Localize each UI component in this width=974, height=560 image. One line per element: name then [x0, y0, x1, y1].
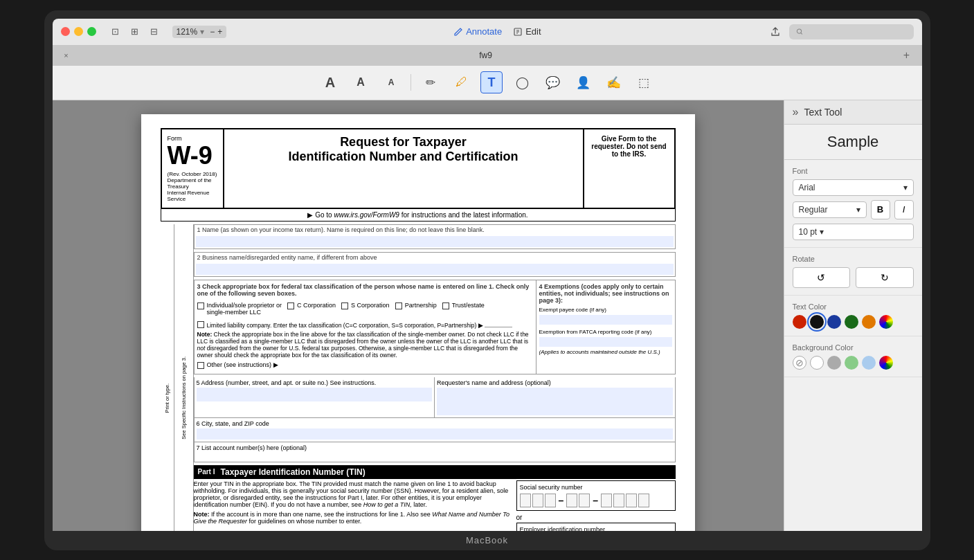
line5-field: 5 Address (number, street, and apt. or s…	[195, 377, 435, 417]
rotate-left-button[interactable]: ↺	[793, 267, 851, 288]
sidebar-toggle-icon[interactable]: ⊡	[109, 26, 123, 37]
layout-icon[interactable]: ⊟	[147, 26, 161, 37]
color-orange[interactable]	[862, 315, 876, 329]
ssn-cell[interactable]	[545, 494, 556, 507]
ssn-cell[interactable]	[520, 494, 531, 507]
checkbox-partnership[interactable]: Partnership	[395, 302, 437, 316]
ssn-cell[interactable]	[566, 494, 577, 507]
annotate-label: Annotate	[466, 26, 502, 37]
italic-button[interactable]: I	[894, 200, 914, 219]
bg-color-none[interactable]: ⊘	[793, 356, 806, 370]
checkbox-other[interactable]: Other (see instructions) ▶	[197, 361, 533, 369]
font-family-value: Arial	[799, 183, 815, 192]
panel-toggle-button[interactable]: »	[793, 106, 799, 118]
tab-close-button[interactable]: ×	[61, 50, 72, 61]
checkbox-s-corp[interactable]: S Corporation	[341, 302, 390, 316]
checkbox-c-corp[interactable]: C Corporation	[287, 302, 336, 316]
fatca-input[interactable]	[539, 337, 672, 347]
panel-header: » Text Tool	[784, 100, 922, 125]
part1-header: Part I Taxpayer Identification Number (T…	[194, 465, 676, 479]
ssn-cell[interactable]	[532, 494, 543, 507]
font-style-value: Regular	[799, 205, 828, 215]
text-color-label: Text Color	[793, 302, 914, 311]
zoom-control[interactable]: 121% ▾ − +	[172, 26, 227, 38]
ssn-cell[interactable]	[579, 494, 590, 507]
rotate-right-icon: ↻	[881, 272, 889, 283]
right-panel: » Text Tool Sample Font Arial ▾ Regular …	[784, 100, 922, 531]
select-tool-icon[interactable]: ⬚	[633, 71, 655, 93]
bg-color-light-blue[interactable]	[862, 356, 876, 370]
stamp-tool-icon[interactable]: 👤	[572, 71, 594, 93]
annotate-button[interactable]: Annotate	[453, 26, 502, 37]
specific-instructions: See Specific Instructions on page 3.	[181, 356, 187, 440]
minimize-button[interactable]	[74, 27, 83, 36]
ssn-cell[interactable]	[638, 494, 649, 507]
highlight-tool-icon[interactable]: 🖊	[450, 71, 472, 93]
exempt-payee-label: Exempt payee code (if any)	[539, 307, 672, 313]
grid-view-icon[interactable]: ⊞	[128, 26, 142, 37]
color-green[interactable]	[845, 315, 858, 329]
rotate-right-button[interactable]: ↻	[856, 267, 914, 288]
pdf-viewer[interactable]: Form W-9 (Rev. October 2018)Department o…	[53, 100, 784, 531]
font-style-select[interactable]: Regular ▾	[793, 201, 867, 218]
text-resize-large-icon[interactable]: A	[319, 71, 341, 93]
line5-label: 5 Address (number, street, and apt. or s…	[197, 379, 433, 386]
ssn-cell[interactable]	[613, 494, 624, 507]
search-box[interactable]	[789, 24, 914, 39]
bold-label: B	[877, 204, 883, 215]
color-navy[interactable]	[827, 315, 841, 329]
rotate-row: ↺ ↻	[793, 267, 914, 288]
bg-color-multicolor[interactable]	[879, 356, 893, 370]
zoom-plus[interactable]: +	[217, 27, 222, 37]
share-icon[interactable]	[768, 26, 782, 37]
city-input[interactable]	[197, 428, 673, 440]
bg-color-light-green[interactable]	[845, 356, 858, 370]
exempt-payee-input[interactable]	[539, 315, 672, 325]
city-row: 6 City, state, and ZIP code	[194, 418, 676, 442]
rotate-section-label: Rotate	[793, 255, 914, 263]
ssn-cell[interactable]	[626, 494, 637, 507]
requesters-label: Requester's name and address (optional)	[437, 379, 673, 386]
side-print-text: Print or type.	[161, 224, 174, 531]
color-black[interactable]	[810, 315, 824, 329]
text-resize-medium-icon[interactable]: A	[350, 71, 372, 93]
bg-color-white[interactable]	[810, 356, 824, 370]
bg-color-section: Background Color ⊘	[784, 336, 922, 377]
shape-tool-icon[interactable]: ◯	[511, 71, 533, 93]
close-button[interactable]	[61, 27, 70, 36]
text-insert-tool-icon[interactable]: T	[480, 71, 503, 93]
italic-label: I	[903, 204, 905, 215]
color-red[interactable]	[793, 315, 806, 329]
w9-header: Form W-9 (Rev. October 2018)Department o…	[161, 128, 676, 209]
macbook-label: MacBook	[466, 531, 508, 550]
font-family-chevron: ▾	[903, 183, 908, 192]
rotate-left-icon: ↺	[817, 272, 825, 283]
line2-input[interactable]	[196, 264, 674, 275]
bold-button[interactable]: B	[871, 200, 890, 219]
zoom-minus[interactable]: −	[210, 27, 215, 37]
pencil-tool-icon[interactable]: ✏	[420, 71, 442, 93]
text-resize-small-icon[interactable]: A	[380, 71, 402, 93]
checkbox-individual[interactable]: Individual/sole proprietor orsingle-memb…	[197, 302, 282, 316]
line2-label: 2 Business name/disregarded entity name,…	[195, 253, 675, 262]
line1-input[interactable]	[196, 236, 674, 247]
llc-row[interactable]: Limited liability company. Enter the tax…	[197, 320, 533, 329]
requesters-input[interactable]	[437, 388, 673, 415]
edit-button[interactable]: Edit	[513, 26, 541, 37]
maximize-button[interactable]	[87, 27, 96, 36]
line5-input[interactable]	[197, 388, 433, 401]
checkbox-trust[interactable]: Trust/estate	[442, 302, 485, 316]
tab-add-button[interactable]: +	[900, 48, 914, 62]
draw-tool-icon[interactable]: ✍	[602, 71, 624, 93]
pdf-page: Form W-9 (Rev. October 2018)Department o…	[141, 114, 695, 531]
requesters-field: Requester's name and address (optional)	[435, 377, 675, 417]
account-input[interactable]	[197, 451, 673, 460]
color-multicolor[interactable]	[879, 315, 893, 329]
note-tool-icon[interactable]: 💬	[541, 71, 563, 93]
font-size-select[interactable]: 10 pt ▾	[793, 224, 914, 240]
bg-color-gray[interactable]	[827, 356, 841, 370]
font-family-select[interactable]: Arial ▾	[793, 179, 914, 196]
ssn-inputs: – –	[520, 494, 672, 507]
search-input[interactable]	[807, 27, 906, 37]
ssn-cell[interactable]	[601, 494, 612, 507]
